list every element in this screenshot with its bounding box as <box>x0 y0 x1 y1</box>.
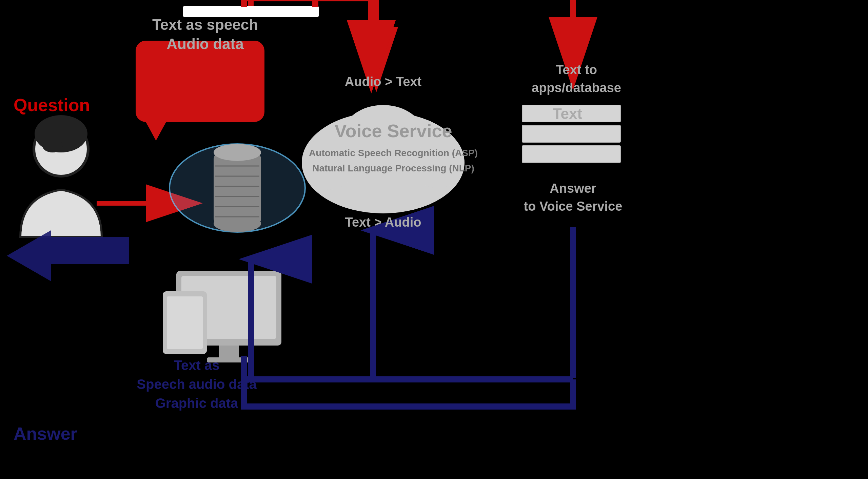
svg-point-25 <box>35 115 87 152</box>
question-label: Question <box>14 95 90 115</box>
svg-marker-27 <box>7 230 129 281</box>
svg-rect-29 <box>181 276 276 339</box>
svg-point-9 <box>214 215 261 232</box>
voice-service-subtitle: Automatic Speech Recognition (ASP) Natur… <box>305 146 481 176</box>
svg-rect-33 <box>167 296 203 349</box>
svg-point-26 <box>42 139 63 152</box>
svg-rect-10 <box>214 152 261 225</box>
answer-voice-label: Answer to Voice Service <box>515 180 631 215</box>
svg-rect-39 <box>522 125 620 142</box>
svg-point-11 <box>214 144 261 161</box>
bottom-text-label: Text as Speech audio data Graphic data <box>115 356 278 413</box>
svg-marker-7 <box>146 122 166 141</box>
text-as-speech-label: Text as speech Audio data <box>134 15 276 54</box>
diagram-container: Question Answer Text as speech Audio dat… <box>0 0 868 479</box>
text-apps-label: Text to apps/database <box>519 61 634 97</box>
audio-text-label: Audio > Text <box>336 75 431 89</box>
text-label-right: Text <box>553 105 582 122</box>
text-audio-label: Text > Audio <box>336 215 431 230</box>
svg-point-8 <box>170 144 305 232</box>
voice-service-title: Voice Service <box>315 120 471 141</box>
svg-rect-28 <box>176 271 281 346</box>
svg-rect-40 <box>522 146 620 163</box>
svg-point-24 <box>34 122 88 176</box>
svg-rect-32 <box>163 291 207 354</box>
answer-label: Answer <box>14 423 77 444</box>
